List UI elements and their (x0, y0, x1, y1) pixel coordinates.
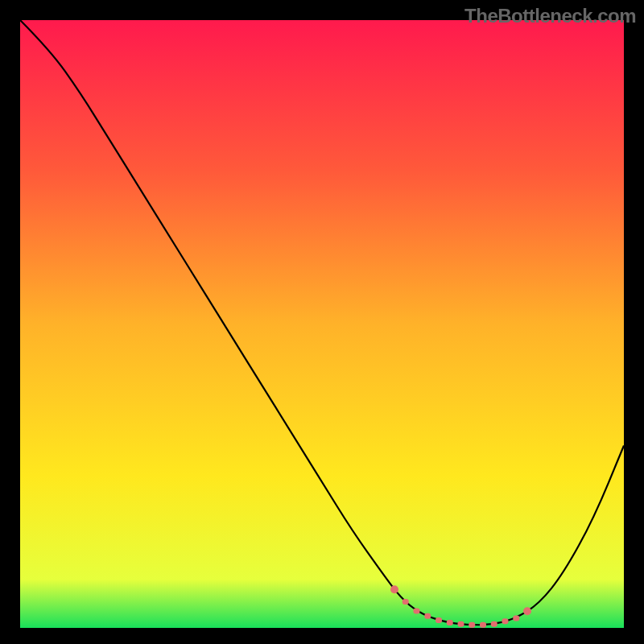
svg-rect-4 (424, 613, 431, 619)
svg-rect-9 (480, 622, 486, 628)
svg-rect-6 (447, 620, 453, 625)
plot-area (20, 20, 624, 628)
watermark-text: TheBottleneck.com (464, 5, 636, 27)
svg-rect-11 (502, 618, 509, 624)
svg-rect-2 (402, 599, 409, 605)
bottleneck-curve (20, 20, 624, 628)
svg-rect-7 (458, 621, 464, 627)
svg-point-15 (523, 607, 531, 615)
svg-rect-3 (414, 609, 420, 614)
svg-rect-8 (469, 622, 475, 628)
svg-rect-10 (491, 621, 497, 627)
svg-point-14 (390, 585, 398, 593)
svg-rect-12 (513, 615, 519, 621)
chart-container: TheBottleneck.com (0, 0, 644, 644)
svg-rect-5 (436, 617, 442, 623)
